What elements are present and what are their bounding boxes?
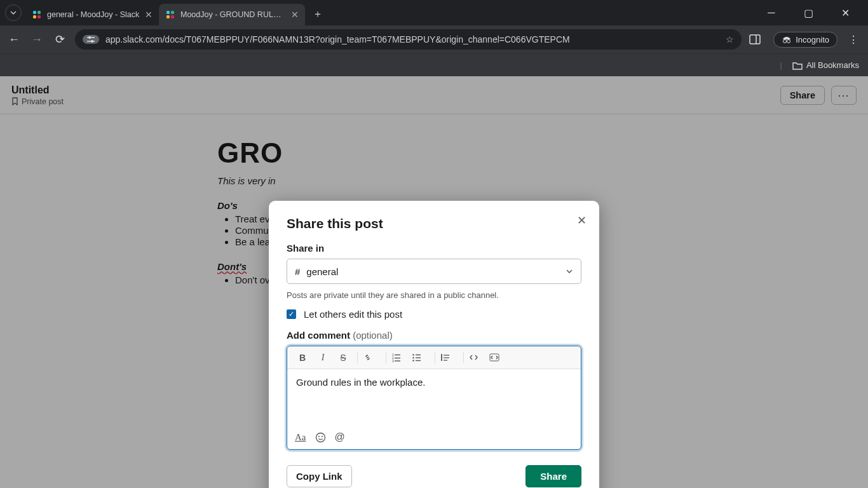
code-button[interactable] bbox=[469, 353, 487, 362]
svg-point-25 bbox=[412, 357, 414, 358]
share-in-select[interactable]: # general bbox=[287, 259, 581, 284]
svg-rect-5 bbox=[171, 11, 174, 14]
svg-point-11 bbox=[91, 40, 93, 43]
format-toggle-button[interactable]: Aa bbox=[295, 432, 306, 443]
selected-channel: general bbox=[306, 266, 338, 277]
svg-rect-1 bbox=[37, 11, 41, 14]
all-bookmarks-button[interactable]: All Bookmarks bbox=[806, 60, 859, 70]
copy-link-button[interactable]: Copy Link bbox=[287, 465, 352, 487]
window-close-icon[interactable]: ✕ bbox=[832, 7, 858, 19]
tab-close-icon[interactable]: ✕ bbox=[291, 10, 299, 20]
window-maximize-icon[interactable]: ▢ bbox=[796, 7, 821, 19]
codeblock-button[interactable] bbox=[489, 353, 507, 362]
slack-favicon-icon bbox=[165, 10, 175, 20]
browser-tab[interactable]: general - MoodJoy - Slack ✕ bbox=[25, 4, 159, 25]
share-post-modal: Share this post ✕ Share in # general Pos… bbox=[269, 201, 599, 488]
comment-textarea[interactable]: Ground rules in the workplace. bbox=[287, 369, 581, 425]
svg-point-27 bbox=[412, 360, 414, 361]
nav-forward-icon[interactable]: → bbox=[29, 33, 44, 46]
page-content: Untitled Private post Share ⋯ GRO This i… bbox=[0, 76, 868, 488]
nav-back-icon[interactable]: ← bbox=[6, 33, 22, 46]
italic-button[interactable]: I bbox=[314, 353, 332, 363]
chevron-down-icon bbox=[566, 268, 573, 275]
blockquote-button[interactable] bbox=[440, 353, 458, 362]
window-minimize-icon[interactable]: ─ bbox=[759, 7, 784, 19]
incognito-icon bbox=[782, 35, 792, 44]
address-bar[interactable]: app.slack.com/docs/T067MEBPPUY/F066NAMN1… bbox=[75, 29, 742, 50]
browser-menu-icon[interactable]: ⋮ bbox=[845, 34, 862, 46]
incognito-chip[interactable]: Incognito bbox=[773, 32, 837, 48]
add-comment-optional: (optional) bbox=[353, 330, 393, 341]
modal-actions: Copy Link Share bbox=[287, 465, 581, 487]
tab-title: MoodJoy - GROUND RULES - S bbox=[180, 10, 286, 19]
editor-footer: Aa @ bbox=[287, 425, 581, 449]
svg-rect-2 bbox=[33, 15, 36, 18]
svg-rect-4 bbox=[166, 11, 170, 14]
svg-point-23 bbox=[412, 354, 414, 355]
svg-point-35 bbox=[318, 436, 320, 437]
toolbar-divider bbox=[386, 352, 386, 363]
bullet-list-button[interactable] bbox=[412, 353, 430, 362]
svg-point-34 bbox=[316, 433, 325, 442]
new-tab-button[interactable]: ＋ bbox=[309, 5, 327, 23]
let-others-edit-label: Let others edit this post bbox=[304, 309, 402, 320]
bold-button[interactable]: B bbox=[294, 353, 311, 363]
svg-rect-12 bbox=[750, 35, 760, 44]
window-controls: ─ ▢ ✕ bbox=[759, 7, 863, 19]
address-url: app.slack.com/docs/T067MEBPPUY/F066NAMN1… bbox=[105, 34, 719, 44]
editor-toolbar: B I S 123 bbox=[287, 346, 581, 369]
modal-close-button[interactable]: ✕ bbox=[577, 214, 587, 227]
svg-point-10 bbox=[88, 36, 91, 39]
svg-rect-6 bbox=[166, 15, 170, 18]
share-in-label: Share in bbox=[287, 243, 581, 254]
site-settings-icon[interactable] bbox=[83, 35, 99, 44]
browser-toolbar: ← → ⟳ app.slack.com/docs/T067MEBPPUY/F06… bbox=[0, 25, 868, 53]
tab-search-dropdown[interactable] bbox=[5, 4, 22, 21]
tab-close-icon[interactable]: ✕ bbox=[145, 10, 153, 20]
svg-rect-3 bbox=[37, 15, 41, 18]
bookmark-star-icon[interactable]: ☆ bbox=[726, 34, 734, 44]
browser-titlebar: general - MoodJoy - Slack ✕ MoodJoy - GR… bbox=[0, 0, 868, 25]
bookmarks-bar: | All Bookmarks bbox=[0, 53, 868, 76]
slack-favicon-icon bbox=[32, 10, 42, 20]
ordered-list-button[interactable]: 123 bbox=[391, 353, 409, 362]
svg-point-14 bbox=[783, 40, 787, 43]
emoji-button[interactable] bbox=[315, 432, 326, 443]
tab-title: general - MoodJoy - Slack bbox=[47, 10, 140, 19]
comment-editor[interactable]: B I S 123 bbox=[287, 346, 581, 450]
nav-reload-icon[interactable]: ⟳ bbox=[52, 32, 67, 46]
folder-icon bbox=[792, 61, 803, 70]
toolbar-divider bbox=[463, 352, 464, 363]
link-button[interactable] bbox=[363, 353, 381, 362]
svg-text:3: 3 bbox=[392, 359, 394, 362]
svg-point-15 bbox=[787, 40, 790, 43]
svg-point-36 bbox=[322, 436, 323, 437]
hash-icon: # bbox=[295, 266, 300, 277]
modal-title: Share this post bbox=[287, 216, 581, 231]
add-comment-label: Add comment (optional) bbox=[287, 330, 581, 341]
toolbar-divider bbox=[435, 352, 435, 363]
mention-button[interactable]: @ bbox=[335, 431, 345, 443]
toolbar-divider bbox=[357, 352, 358, 363]
incognito-label: Incognito bbox=[796, 35, 829, 44]
svg-rect-7 bbox=[171, 15, 174, 18]
panel-icon[interactable] bbox=[749, 34, 766, 44]
svg-rect-0 bbox=[33, 11, 36, 14]
share-button[interactable]: Share bbox=[526, 465, 581, 487]
checkbox-checked-icon[interactable]: ✓ bbox=[287, 309, 296, 319]
browser-tab-active[interactable]: MoodJoy - GROUND RULES - S ✕ bbox=[159, 4, 305, 25]
add-comment-text: Add comment bbox=[287, 330, 350, 341]
strikethrough-button[interactable]: S bbox=[334, 353, 352, 363]
let-others-edit-row[interactable]: ✓ Let others edit this post bbox=[287, 309, 581, 320]
share-hint: Posts are private until they are shared … bbox=[287, 290, 581, 300]
